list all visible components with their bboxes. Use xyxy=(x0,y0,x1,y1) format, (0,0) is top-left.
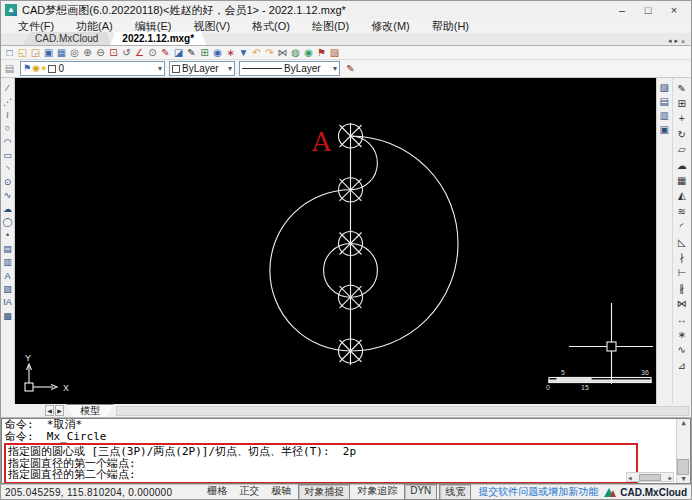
linetype-combo[interactable]: ByLayer ▾ xyxy=(239,61,340,76)
undo-icon[interactable]: ↶ xyxy=(250,46,263,59)
modify-copy-icon[interactable]: ⊞ xyxy=(674,96,689,111)
draw-ray-icon[interactable]: ⋰ xyxy=(1,95,14,108)
modify-array-icon[interactable]: ▦ xyxy=(674,173,689,188)
paste-block-icon[interactable]: ▣ xyxy=(657,123,671,137)
layer-combo[interactable]: ⚑◉● 0 ▾ xyxy=(20,61,165,76)
canvas-hscrollbar[interactable] xyxy=(116,406,689,416)
modify-break-icon[interactable]: ∦ xyxy=(674,281,689,296)
draw-arc3p-icon[interactable]: ◝ xyxy=(1,162,14,175)
menu-modify[interactable]: 修改(M) xyxy=(360,19,421,34)
modify-explode-icon[interactable]: ∗ xyxy=(674,327,689,342)
modify-mirror-icon[interactable]: ◭ xyxy=(674,189,689,204)
modify-erase-icon[interactable]: ✎ xyxy=(674,81,689,96)
menu-view[interactable]: 视图(V) xyxy=(182,19,241,34)
modify-fillet-icon[interactable]: ◜ xyxy=(674,220,689,235)
modify-join-icon[interactable]: ⋈ xyxy=(674,296,689,311)
tab-next-icon[interactable]: ▸ xyxy=(674,37,678,45)
modify-scale-icon[interactable]: ▱ xyxy=(674,143,689,158)
command-window[interactable]: 命令: *取消*命令: Mx_Circle 指定圆的圆心或 [三点(3P)/两点… xyxy=(1,418,691,484)
draw-spline-icon[interactable]: ∿ xyxy=(1,189,14,202)
modify-trim-icon[interactable]: ∤ xyxy=(674,250,689,265)
block-insert-icon[interactable]: ▥ xyxy=(1,256,14,269)
scroll-left-icon[interactable]: ◀ xyxy=(628,474,632,481)
layout-prev-icon[interactable]: ◀ xyxy=(45,405,54,416)
insert-raster-icon[interactable]: ▧ xyxy=(1,283,14,296)
draw-circle2p-icon[interactable]: ⊙ xyxy=(1,176,14,189)
drawing-canvas[interactable]: A Y X 0 5 15 36 xyxy=(15,78,656,404)
draw-circle-icon[interactable]: ○ xyxy=(1,122,14,135)
block-create-icon[interactable]: ▤ xyxy=(1,243,14,256)
modify-stretch-icon[interactable]: ☁ xyxy=(674,158,689,173)
vscroll-thumb[interactable] xyxy=(677,459,689,475)
modify-pedit-icon[interactable]: ∿ xyxy=(674,343,689,358)
scroll-right-icon[interactable]: ▶ xyxy=(668,474,672,481)
draw-line-icon[interactable]: ∕ xyxy=(1,82,14,95)
draw-order-icon[interactable]: ◪ xyxy=(172,46,185,59)
draw-ellipse-icon[interactable]: ◯ xyxy=(1,216,14,229)
draw-arc-icon[interactable]: ◠ xyxy=(1,136,14,149)
toggle-lineweight[interactable]: 线宽 xyxy=(439,484,471,500)
toggle-otrack[interactable]: 对象追踪 xyxy=(352,484,402,500)
tab-close-icon[interactable]: × xyxy=(681,38,685,45)
zoom-out-icon[interactable]: ⊖ xyxy=(94,46,107,59)
measure-angle-icon[interactable]: ∠ xyxy=(133,46,146,59)
draw-hatch-icon[interactable]: ▩ xyxy=(1,310,14,323)
open-project-icon[interactable]: ◲ xyxy=(29,46,42,59)
close-button[interactable]: × xyxy=(661,2,687,18)
panel-grid-icon[interactable]: ⊞ xyxy=(198,46,211,59)
menu-draw[interactable]: 绘图(D) xyxy=(301,19,360,34)
save-icon[interactable]: ▣ xyxy=(42,46,55,59)
color-combo[interactable]: ByLayer ▾ xyxy=(169,61,235,76)
modify-offset-icon[interactable]: ≋ xyxy=(674,204,689,219)
zoom-window-icon[interactable]: ⊡ xyxy=(107,46,120,59)
open-file-icon[interactable]: ◱ xyxy=(16,46,29,59)
zoom-realtime-icon[interactable]: ⊙ xyxy=(146,46,159,59)
toggle-dyn[interactable]: DYN xyxy=(404,484,437,500)
clipboard-paste-icon[interactable]: ▥ xyxy=(657,109,671,123)
tab-prev-icon[interactable]: ◂ xyxy=(668,37,672,45)
draw-revcloud-icon[interactable]: ☁ xyxy=(1,203,14,216)
layer-manager-icon[interactable]: ▤ xyxy=(3,62,16,75)
online-library-icon[interactable]: ◍ xyxy=(289,46,302,59)
command-hscrollbar[interactable]: ◀ ▶ xyxy=(626,472,674,482)
zoom-in-icon[interactable]: ⊕ xyxy=(81,46,94,59)
annotate-pencil-icon[interactable]: ✎ xyxy=(185,46,198,59)
group-icon[interactable]: ⋈ xyxy=(276,46,289,59)
toggle-osnap[interactable]: 对象捕捉 xyxy=(298,484,350,500)
minimize-button[interactable]: – xyxy=(609,2,635,18)
tab-model[interactable]: 模型 xyxy=(66,404,114,417)
match-properties-icon[interactable]: ✎ xyxy=(344,62,357,75)
redo-icon[interactable]: ↷ xyxy=(263,46,276,59)
toggle-ortho[interactable]: 正交 xyxy=(234,484,264,500)
insert-image-icon[interactable]: ▨ xyxy=(328,46,341,59)
draw-polyline-icon[interactable]: ≀ xyxy=(1,109,14,122)
clipboard-cut-icon[interactable]: ▨ xyxy=(657,81,671,95)
hscroll-thumb[interactable] xyxy=(639,474,661,481)
redline-pencil-icon[interactable]: ✎ xyxy=(159,46,172,59)
toggle-polar[interactable]: 极轴 xyxy=(266,484,296,500)
draw-point-icon[interactable]: • xyxy=(1,229,14,242)
scroll-up-icon[interactable]: ▲ xyxy=(681,419,685,427)
modify-chamfer-icon[interactable]: ◺ xyxy=(674,235,689,250)
layout-next-icon[interactable]: ▶ xyxy=(55,405,64,416)
feedback-link[interactable]: 提交软件问题或增加新功能 xyxy=(478,485,598,499)
modify-lengthen-icon[interactable]: ↔ xyxy=(674,312,689,327)
clipboard-copy-icon[interactable]: ▤ xyxy=(657,95,671,109)
modify-extend-icon[interactable]: ⊢ xyxy=(674,266,689,281)
menu-help[interactable]: 帮助(H) xyxy=(421,19,480,34)
menu-function[interactable]: 功能(A) xyxy=(65,19,124,34)
find-icon[interactable]: ◉ xyxy=(211,46,224,59)
tab-cad-mxcloud[interactable]: CAD.MxCloud xyxy=(23,32,110,45)
scroll-down-icon[interactable]: ▼ xyxy=(681,475,685,483)
draw-text-icon[interactable]: A xyxy=(1,269,14,282)
command-input-line[interactable]: 命令: xyxy=(2,484,690,485)
menu-format[interactable]: 格式(O) xyxy=(241,19,301,34)
cloud-save-icon[interactable]: ▼ xyxy=(237,46,250,59)
draw-rectangle-icon[interactable]: ▭ xyxy=(1,149,14,162)
zoom-extents-icon[interactable]: ◎ xyxy=(68,46,81,59)
tab-document[interactable]: 2022.1.12.mxg* xyxy=(110,32,206,45)
toggle-grid[interactable]: 栅格 xyxy=(202,484,232,500)
menu-edit[interactable]: 编辑(E) xyxy=(124,19,183,34)
modify-align-icon[interactable]: ⊿ xyxy=(674,358,689,373)
plugin-tools-icon[interactable]: ∗ xyxy=(224,46,237,59)
